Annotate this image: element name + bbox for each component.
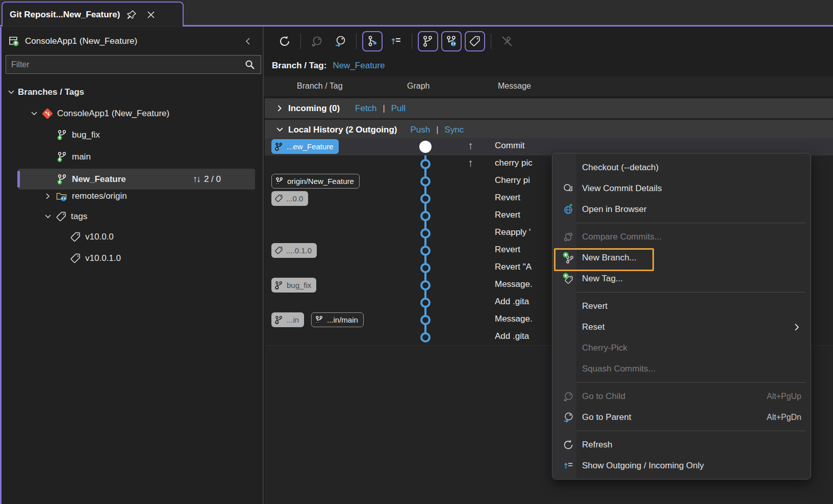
show-local-branches-toggle[interactable] [418,31,438,51]
toolbar-separator [491,34,491,49]
branch-icon [57,174,68,185]
commit-message[interactable]: Revert [495,245,520,255]
filter-field[interactable] [6,55,261,74]
branch-icon [274,315,284,325]
tree-item-tags[interactable]: tags [2,206,262,227]
menu-item-label: New Branch... [582,253,637,263]
go-to-parent-button[interactable] [330,31,350,51]
commit-node[interactable] [420,159,431,169]
branch-chip-remote[interactable]: origin/New_Feature [271,174,360,189]
tree-item-remotes-origin[interactable]: remotes/origin [2,186,262,206]
commit-node[interactable] [420,263,431,273]
commit-message[interactable]: Message. [495,279,533,289]
commit-message[interactable]: Add .gita [495,331,529,341]
menu-item-new-tag[interactable]: New Tag... [552,268,811,289]
menu-item-view-commit-details[interactable]: View Commit Details [552,178,811,199]
repo-header[interactable]: ConsoleApp1 (New_Feature) [2,31,262,51]
menu-item-show-outgoing-incoming-only[interactable]: Show Outgoing / Incoming Only [552,455,811,476]
menu-item-cherry-pick[interactable]: Cherry-Pick [552,337,811,358]
branch-chip-current[interactable]: ...ew_Feature [271,139,339,154]
commit-message[interactable]: Revert [495,193,520,203]
commit-node-head[interactable] [419,141,432,153]
go-to-child-button[interactable] [307,31,327,51]
show-remote-branches-toggle[interactable] [441,31,462,51]
close-icon[interactable] [143,7,159,22]
tree-item-tag-v10-0-1-0[interactable]: v10.0.1.0 [2,248,262,269]
tag-chip[interactable]: ....0.1.0 [271,243,317,258]
column-graph[interactable]: Graph [407,82,430,91]
menu-item-reset[interactable]: Reset [552,316,811,337]
sync-link[interactable]: Sync [444,125,464,135]
collapse-chevron-icon[interactable] [244,37,253,45]
show-outgoing-incoming-button[interactable] [386,31,406,51]
tag-chip[interactable]: ...0.0 [271,191,308,206]
hide-merge-commits-button[interactable] [497,31,517,51]
commit-message[interactable]: Message. [495,314,533,324]
refresh-button[interactable] [274,31,295,51]
branch-chip-local[interactable]: bug_fix [271,278,316,293]
menu-item-new-branch[interactable]: New Branch... [552,247,811,268]
tree-item-main[interactable]: main [2,147,262,167]
commit-message[interactable]: Commit [495,141,525,151]
tree-item-repo[interactable]: ConsoleApp1 (New_Feature) [2,103,262,124]
commit-message[interactable]: Revert "A [495,262,532,272]
menu-item-revert[interactable]: Revert [552,296,811,316]
commit-node[interactable] [420,176,431,187]
menu-item-label: Compare Commits... [582,232,662,242]
commit-node[interactable] [420,246,431,256]
fetch-link[interactable]: Fetch [355,103,377,114]
tree-item-label: ConsoleApp1 (New_Feature) [57,109,169,119]
pin-icon[interactable] [124,7,139,22]
commit-node[interactable] [420,228,431,238]
column-branch-tag[interactable]: Branch / Tag [297,82,343,91]
menu-item-checkout-detach[interactable]: Checkout (--detach) [552,157,811,178]
menu-item-open-in-browser[interactable]: Open in Browser [552,199,811,220]
chevron-down-icon[interactable] [273,126,286,134]
chevron-right-icon[interactable] [273,104,286,112]
commit-node[interactable] [420,315,431,325]
tree-item-bug-fix[interactable]: bug_fix [2,125,262,145]
chevron-down-icon[interactable] [43,212,53,221]
menu-item-go-to-child[interactable]: Go to Child Alt+PgUp [552,386,811,407]
toolbar-separator [356,34,357,49]
column-message[interactable]: Message [498,82,531,91]
menu-item-label: Go to Parent [582,412,631,422]
menu-item-label: Cherry-Pick [582,343,627,353]
tab-git-repository[interactable]: Git Reposit...New_Feature) [2,2,184,26]
commit-node[interactable] [420,211,431,221]
menu-item-refresh[interactable]: Refresh [552,434,811,455]
menu-item-go-to-parent[interactable]: Go to Parent Alt+PgDn [552,407,811,428]
branch-chip-local[interactable]: ...in [271,312,304,327]
branch-tag-link[interactable]: New_Feature [333,61,385,71]
commit-node[interactable] [420,298,431,308]
commit-message[interactable]: Reapply ' [495,227,531,237]
pull-link[interactable]: Pull [391,103,406,114]
tree-item-tag-v10-0-0[interactable]: v10.0.0 [2,227,262,247]
menu-item-label: Go to Child [582,391,625,402]
filter-input[interactable] [11,60,244,69]
menu-item-squash-commits[interactable]: Squash Commits... [552,358,811,379]
toolbar-separator [300,34,301,49]
local-history-section-row[interactable]: Local History (2 Outgoing) Push | Sync [265,120,833,140]
menu-item-compare-commits[interactable]: Compare Commits... [552,226,811,247]
branch-chip-remote[interactable]: ...in/main [311,312,364,327]
repo-header-label: ConsoleApp1 (New_Feature) [25,36,137,46]
chevron-down-icon[interactable] [7,88,16,97]
tree-item-branches-tags[interactable]: Branches / Tags [2,82,262,102]
chevron-right-icon[interactable] [43,192,53,201]
search-icon[interactable] [244,59,256,70]
commit-node[interactable] [420,280,431,290]
menu-separator [560,382,805,383]
commit-message[interactable]: cherry pic [495,158,533,168]
incoming-section-row[interactable]: Incoming (0) Fetch | Pull [265,98,833,118]
commit-message[interactable]: Revert [495,210,520,220]
chevron-down-icon[interactable] [30,109,39,118]
go-to-child-icon [561,390,576,403]
commit-message[interactable]: Cherry pi [495,175,530,185]
push-link[interactable]: Push [410,125,430,135]
show-tags-toggle[interactable] [465,31,485,51]
commit-node[interactable] [420,194,431,204]
commit-message[interactable]: Add .gita [495,297,529,307]
commit-node[interactable] [420,332,431,342]
show-graph-toggle[interactable] [362,31,383,51]
